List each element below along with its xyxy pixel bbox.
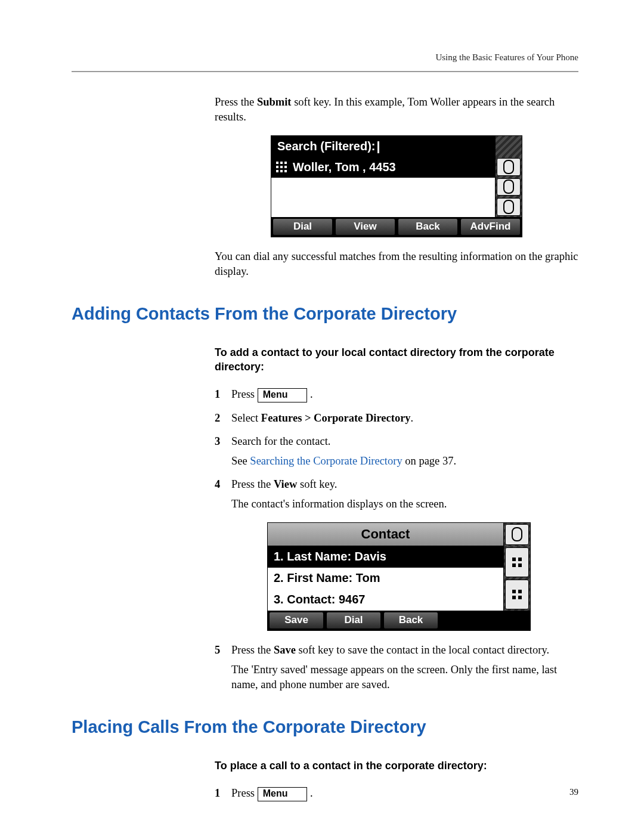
keypad-icon[interactable] [505,547,529,577]
header-rule [72,71,578,72]
menu-button[interactable]: Menu [258,388,308,402]
text: . [310,388,313,400]
softkey-dial[interactable]: Dial [273,218,333,236]
intro-block: Press the Submit soft key. In this examp… [215,95,578,279]
field-last-name[interactable]: 1. Last Name: Davis [268,546,503,568]
intro-p1: Press the Submit soft key. In this examp… [215,95,578,125]
softkey-bar: Dial View Back AdvFind [271,217,522,237]
result-text: Woller, Tom , 4453 [293,159,396,175]
side-stripe [495,136,522,157]
section2-lead: To place a call to a contact in the corp… [215,758,578,773]
softkey-dial[interactable]: Dial [326,612,381,629]
phone-icon[interactable] [505,524,529,545]
step-1: Press Menu . [215,786,578,801]
softkey-spacer [439,611,530,630]
softkey-back[interactable]: Back [383,612,438,629]
section1-body: To add a contact to your local contact d… [215,345,578,692]
text: . [411,412,414,424]
section1-lead: To add a contact to your local contact d… [215,345,578,374]
step-4-sub: The contact's information displays on th… [231,497,578,512]
intro-p2: You can dial any successful matches from… [215,249,578,279]
text: Select [231,412,261,424]
step-5: Press the Save soft key to save the cont… [215,643,578,692]
softkey-back[interactable]: Back [398,218,458,236]
search-result-row[interactable]: Woller, Tom , 4453 [271,157,495,178]
step-3: Search for the contact. See Searching th… [215,434,578,469]
screenshot-search-results: Search (Filtered): Woller, Tom , 4453 [271,135,522,237]
section1-steps: Press Menu . Select Features > Corporate… [215,387,578,692]
keypad-icon[interactable] [505,580,529,609]
section2-body: To place a call to a contact in the corp… [215,758,578,801]
softkey-save[interactable]: Save [269,612,324,629]
step-4: Press the View soft key. The contact's i… [215,477,578,631]
text: Press the [231,478,274,490]
step-3-sub: See Searching the Corporate Directory on… [231,454,578,469]
menu-button[interactable]: Menu [258,787,308,801]
save-bold: Save [274,644,296,656]
line-keys [503,546,530,611]
screenshot-contact-card: Contact 1. Last Name: Davis 2. First Nam… [267,522,531,631]
page-number: 39 [569,787,578,797]
contact-title: Contact [268,523,503,546]
text: See [231,455,250,467]
field-contact[interactable]: 3. Contact: 9467 [268,589,503,611]
step-5-sub: The 'Entry saved' message appears on the… [231,662,578,692]
keypad-icon [276,162,287,172]
phone-icon[interactable] [497,158,521,176]
field-first-name[interactable]: 2. First Name: Tom [268,568,503,589]
submit-bold: Submit [257,96,292,108]
text: . [310,787,313,799]
text: soft key to save the contact in the loca… [296,644,549,656]
heading-placing-calls: Placing Calls From the Corporate Directo… [72,717,578,737]
text: Press the [231,644,274,656]
empty-area [271,178,495,217]
step-1: Press Menu . [215,387,578,402]
text: on page 37. [402,455,456,467]
running-header: Using the Basic Features of Your Phone [72,52,578,63]
text: Search for the contact. [231,435,330,447]
text: Press [231,787,258,799]
heading-adding-contacts: Adding Contacts From the Corporate Direc… [72,304,578,324]
line-keys [495,157,522,217]
view-bold: View [274,478,297,490]
page: Using the Basic Features of Your Phone P… [0,0,644,833]
phone-icon[interactable] [497,198,521,216]
search-title-text: Search (Filtered): [277,140,375,153]
text: Press [231,388,258,400]
contact-fields: 1. Last Name: Davis 2. First Name: Tom 3… [268,546,503,611]
text: soft key. [297,478,337,490]
softkey-advfind[interactable]: AdvFind [460,218,521,236]
phone-icon[interactable] [497,178,521,196]
softkey-view[interactable]: View [335,218,395,236]
path-bold: Features > Corporate Directory [261,412,411,424]
link-searching-directory[interactable]: Searching the Corporate Directory [250,455,402,467]
softkey-bar: Save Dial Back [268,611,530,630]
search-title: Search (Filtered): [271,136,495,157]
text: Press the [215,96,257,108]
step-2: Select Features > Corporate Directory. [215,411,578,426]
section2-steps: Press Menu . [215,786,578,801]
cursor-icon [377,141,379,153]
